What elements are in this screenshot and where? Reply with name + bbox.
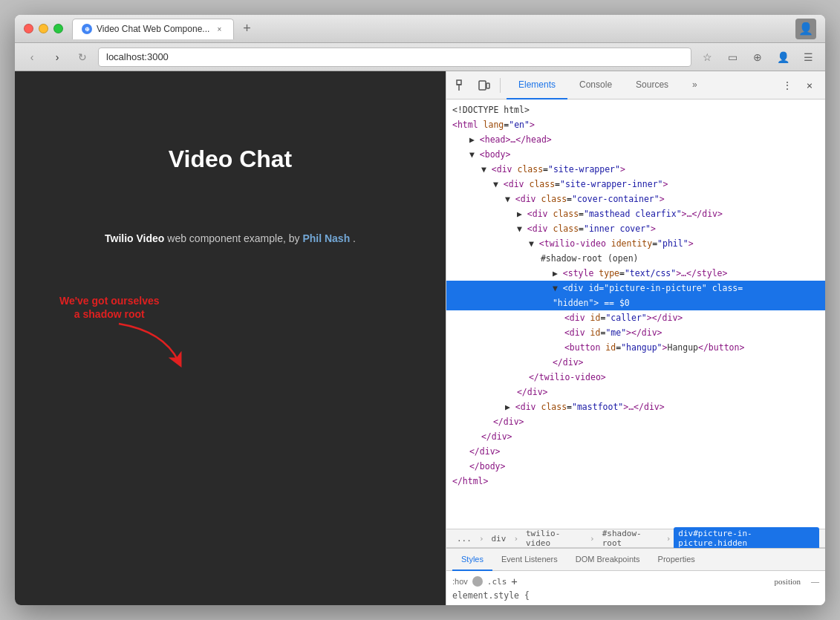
subtitle-bold: Twilio Video [105, 232, 164, 244]
tab-title: Video Chat Web Compone... [97, 24, 209, 34]
dom-line[interactable]: </div> [446, 414, 825, 429]
dom-line[interactable]: </div> [446, 429, 825, 444]
position-dash: — [811, 577, 819, 586]
page-title: Video Chat [169, 146, 293, 173]
dom-line[interactable]: ▶ <head>…</head> [446, 132, 825, 147]
close-button[interactable] [24, 24, 33, 33]
filter-bar: :hov .cls + position — [452, 575, 819, 587]
breadcrumb-div[interactable]: div [487, 532, 511, 545]
dom-line[interactable]: ▶ <style type="text/css">…</style> [446, 266, 825, 281]
devtools-panel: Elements Console Sources » ⋮ × <!DOCTYPE… [446, 71, 825, 605]
page-content: Video Chat Twilio Video web component ex… [15, 71, 446, 605]
subtitle-text: web component example, by [167, 232, 302, 244]
address-input[interactable] [98, 48, 691, 67]
tab-bar: ⊕ Video Chat Web Compone... × + [72, 19, 795, 39]
filter-add-button[interactable]: + [511, 575, 517, 587]
device-toolbar-icon[interactable] [475, 76, 494, 95]
bottom-panel: Styles Event Listeners DOM Breakpoints P… [446, 548, 825, 605]
dom-line[interactable]: <button id="hangup">Hangup</button> [446, 340, 825, 355]
dom-line[interactable]: </body> [446, 459, 825, 474]
dom-line[interactable]: </div> [446, 355, 825, 370]
devtools-tabs: Elements Console Sources » [507, 71, 775, 99]
breadcrumb-bar: ... › div › twilio-video › #shadow-root … [446, 529, 825, 548]
subtitle-end: . [353, 232, 356, 244]
tab-close-button[interactable]: × [214, 24, 224, 34]
inspect-element-icon[interactable] [452, 76, 472, 95]
dom-line[interactable]: #shadow-root (open) [446, 251, 825, 266]
extension-icon[interactable]: ⊕ [748, 48, 767, 67]
devtools-close-icon[interactable]: × [800, 76, 819, 95]
styles-panel: :hov .cls + position — element.style { [446, 571, 825, 605]
dom-line[interactable]: <html lang="en"> [446, 117, 825, 132]
annotation-arrow [104, 316, 193, 376]
dom-line[interactable]: </div> [446, 385, 825, 399]
dom-line[interactable]: </html> [446, 474, 825, 489]
address-icons: ☆ ▭ ⊕ 👤 ☰ [697, 48, 818, 67]
main-area: Video Chat Twilio Video web component ex… [15, 71, 825, 605]
style-rule-element: element.style { [452, 590, 819, 601]
address-bar: ‹ › ↻ ☆ ▭ ⊕ 👤 ☰ [15, 43, 825, 71]
toolbar-separator [500, 78, 501, 93]
devtools-toolbar: Elements Console Sources » ⋮ × [446, 71, 825, 99]
forward-button[interactable]: › [48, 48, 67, 67]
svg-rect-4 [486, 83, 489, 88]
devtools-more-icon[interactable]: ⋮ [778, 76, 797, 95]
back-button[interactable]: ‹ [22, 48, 42, 67]
dom-line[interactable]: <div id="me"></div> [446, 325, 825, 340]
filter-label: :hov [452, 577, 468, 586]
dom-line[interactable]: ▼ <div class="inner cover"> [446, 221, 825, 236]
breadcrumb-ellipsis[interactable]: ... [452, 532, 476, 545]
browser-tab[interactable]: ⊕ Video Chat Web Compone... × [72, 19, 234, 39]
user-avatar: 👤 [795, 19, 816, 39]
browser-window: ⊕ Video Chat Web Compone... × + 👤 ‹ › ↻ … [15, 15, 825, 605]
dom-line[interactable]: ▼ <div class="site-wrapper-inner"> [446, 177, 825, 192]
tab-dom-breakpoints[interactable]: DOM Breakpoints [567, 549, 649, 571]
traffic-lights [24, 24, 63, 33]
svg-rect-0 [457, 80, 461, 85]
reload-button[interactable]: ↻ [73, 48, 92, 67]
cast-icon[interactable]: ▭ [723, 48, 742, 67]
maximize-button[interactable] [53, 24, 63, 33]
dom-line[interactable]: ▼ <div class="site-wrapper"> [446, 162, 825, 177]
breadcrumb-selected[interactable]: div#picture-in-picture.hidden [674, 527, 819, 549]
account-icon[interactable]: 👤 [773, 48, 792, 67]
dom-line[interactable]: <!DOCTYPE html> [446, 102, 825, 117]
filter-cls-label[interactable]: .cls [487, 577, 507, 587]
tab-favicon: ⊕ [82, 24, 92, 34]
page-subtitle: Twilio Video web component example, by P… [105, 232, 356, 244]
tab-styles[interactable]: Styles [452, 549, 492, 571]
annotation-line2: a shadow root [59, 307, 160, 321]
annotation-text: We've got ourselves a shadow root [59, 294, 160, 321]
dom-line-selected-cont[interactable]: "hidden"> == $0 [446, 296, 825, 310]
dom-line[interactable]: ▼ <body> [446, 147, 825, 162]
dom-tree[interactable]: <!DOCTYPE html> <html lang="en"> ▶ <head… [446, 99, 825, 529]
devtools-right-btns: ⋮ × [778, 76, 819, 95]
tab-properties[interactable]: Properties [649, 549, 704, 571]
dom-line[interactable]: ▶ <div class="masthead clearfix">…</div> [446, 206, 825, 221]
window-controls: 👤 [795, 19, 816, 39]
new-tab-button[interactable]: + [238, 19, 255, 38]
dom-line[interactable]: ▶ <div class="mastfoot">…</div> [446, 399, 825, 414]
dom-line[interactable]: ▼ <twilio-video identity="phil"> [446, 236, 825, 251]
position-label: position [775, 577, 801, 586]
tab-console[interactable]: Console [567, 71, 624, 99]
svg-rect-3 [479, 81, 486, 90]
breadcrumb-shadow-root[interactable]: #shadow-root [598, 527, 663, 549]
filter-color-picker[interactable] [472, 576, 483, 587]
tab-more[interactable]: » [680, 71, 709, 99]
dom-line[interactable]: ▼ <div class="cover-container"> [446, 192, 825, 206]
dom-line[interactable]: </twilio-video> [446, 370, 825, 385]
dom-line[interactable]: <div id="caller"></div> [446, 310, 825, 325]
bookmark-icon[interactable]: ☆ [697, 48, 717, 67]
tab-elements[interactable]: Elements [507, 71, 567, 99]
tab-sources[interactable]: Sources [624, 71, 680, 99]
annotation-line1: We've got ourselves [59, 294, 160, 307]
subtitle-link[interactable]: Phil Nash [302, 232, 350, 244]
breadcrumb-twilio-video[interactable]: twilio-video [521, 527, 587, 549]
title-bar: ⊕ Video Chat Web Compone... × + 👤 [15, 15, 825, 43]
tab-event-listeners[interactable]: Event Listeners [492, 549, 567, 571]
dom-line[interactable]: </div> [446, 444, 825, 459]
settings-icon[interactable]: ☰ [798, 48, 818, 67]
dom-line-selected[interactable]: ▼ <div id="picture-in-picture" class= [446, 281, 825, 296]
minimize-button[interactable] [39, 24, 48, 33]
